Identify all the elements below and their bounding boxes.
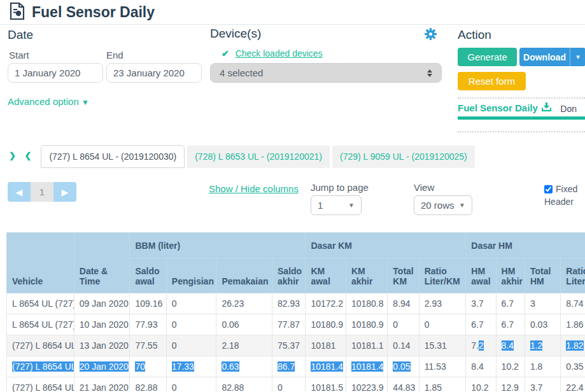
fixed-header-toggle[interactable]: Fixed Header <box>544 183 585 208</box>
table-cell: 1.82 <box>561 335 585 356</box>
table-cell: 0 <box>166 314 216 335</box>
divider <box>458 131 585 132</box>
checkmark-icon: ✔ <box>222 48 229 59</box>
devices-panel: Device(s) ✔ Check loaded devices 4 selec… <box>210 27 442 109</box>
table-row: (727) L 8654 UL13 Jan 202077.5502.1875.3… <box>7 335 585 356</box>
arrow-left-icon: ◀ <box>16 187 23 197</box>
table-cell: 15.31 <box>419 335 466 356</box>
table-cell: 1.85 <box>419 377 466 392</box>
selected-text: (727) L 8654 UL <box>12 361 74 372</box>
table-cell: 2.93 <box>419 293 466 314</box>
generate-button[interactable]: Generate <box>458 48 517 66</box>
column-header: Vehicle <box>7 233 74 293</box>
download-button[interactable]: Download <box>519 48 570 66</box>
table-cell: 77.93 <box>130 314 166 335</box>
page-title: Fuel Sensor Daily <box>32 4 155 21</box>
table-cell: 0 <box>166 293 216 314</box>
column-header: Total HM <box>525 258 560 293</box>
table-cell: 8.74 <box>561 293 585 314</box>
table-cell: 3.7 <box>525 377 560 392</box>
table-cell: 1.2 <box>525 335 560 356</box>
table-cell: 77.87 <box>272 314 306 335</box>
column-header: BBM (liter) <box>130 233 306 258</box>
table-cell: 0.03 <box>525 314 560 335</box>
page-header: Fuel Sensor Daily <box>0 0 585 25</box>
table-row: (727) L 8654 UL21 Jan 202082.88082.88010… <box>7 377 585 392</box>
view-rows-select[interactable]: 20 rows ▼ <box>414 195 472 215</box>
caret-down-icon: ▼ <box>81 98 89 107</box>
column-header: Pemakaian <box>216 258 272 293</box>
selected-text: 20 Jan 2020 <box>80 361 129 372</box>
end-date-input[interactable] <box>106 63 202 83</box>
table-cell: 22.4 <box>561 377 585 392</box>
action-panel: Action Generate Download ▾ Reset form Fu… <box>458 28 585 136</box>
reset-form-button[interactable]: Reset form <box>458 72 526 90</box>
table-cell: 09 Jan 2020 <box>74 293 130 314</box>
table-cell: 82.88 <box>130 377 166 392</box>
check-loaded-devices-link[interactable]: Check loaded devices <box>236 48 323 59</box>
end-label: End <box>106 50 123 60</box>
pagination: ◀ 1 ▶ <box>8 182 76 202</box>
table-cell: 82.88 <box>216 377 272 392</box>
column-header: Dasar KM <box>306 233 466 258</box>
controls-row: ◀ 1 ▶ Show / Hide columns Jump to page 1… <box>0 181 585 219</box>
table-cell: 11.53 <box>419 356 466 377</box>
table-cell: 0 <box>419 314 466 335</box>
next-page-button[interactable]: ▶ <box>53 182 76 202</box>
view-rows-value: 20 rows <box>421 200 455 211</box>
selected-text: 2 <box>479 340 484 351</box>
selected-text: 0.05 <box>393 361 410 372</box>
column-header: Saldo awal <box>130 258 166 293</box>
table-cell: 7.2 <box>466 335 496 356</box>
table-cell: 6.7 <box>496 314 525 335</box>
table-cell: 3.7 <box>466 293 496 314</box>
table-cell: 0.06 <box>216 314 272 335</box>
download-tray-icon <box>542 102 551 113</box>
table-cell: 26.23 <box>216 293 272 314</box>
column-header: Dasar HM <box>466 233 585 258</box>
gear-icon[interactable] <box>425 28 437 43</box>
table-cell: 10180.9 <box>306 314 346 335</box>
view-label: View <box>414 182 434 193</box>
advanced-option-link[interactable]: Advanced option ▼ <box>8 96 89 107</box>
prev-page-button[interactable]: ◀ <box>8 182 31 202</box>
column-header: Ratio Liter/HM <box>561 258 585 293</box>
report-document-icon <box>10 3 25 22</box>
table-cell: 21 Jan 2020 <box>74 377 130 392</box>
jump-to-page-value: 1 <box>318 200 323 211</box>
jump-to-page-select[interactable]: 1 ▼ <box>311 195 362 215</box>
action-heading: Action <box>458 28 585 42</box>
table-cell: 44.83 <box>388 377 419 392</box>
devices-select[interactable]: 4 selected <box>210 63 442 83</box>
start-date-input[interactable] <box>8 63 103 83</box>
table-cell: 0 <box>166 377 216 392</box>
column-header: HM awal <box>466 258 496 293</box>
table-cell: 0.35 <box>561 356 585 377</box>
arrow-right-icon: ▶ <box>62 187 69 197</box>
current-page-button[interactable]: 1 <box>31 182 53 202</box>
download-dropdown-button[interactable]: ▾ <box>570 48 585 66</box>
table-cell: 10180.8 <box>346 293 387 314</box>
column-header: HM akhir <box>496 258 525 293</box>
table-cell: 77.55 <box>130 335 166 356</box>
report-download-link[interactable]: Fuel Sensor Daily <box>458 102 551 113</box>
report-tab-2[interactable]: (728) L 8653 UL - (2019120021) <box>187 146 330 168</box>
report-tab-1[interactable]: (727) L 8654 UL - (2019120030) <box>41 145 185 168</box>
report-status-text: Don <box>560 104 577 114</box>
fixed-header-checkbox[interactable] <box>544 185 553 193</box>
jump-to-page-label: Jump to page <box>311 182 369 193</box>
devices-select-value: 4 selected <box>220 67 263 78</box>
table-cell: 3 <box>525 293 560 314</box>
show-hide-columns-link[interactable]: Show / Hide columns <box>209 183 299 194</box>
table-cell: (727) L 8654 UL <box>7 335 74 356</box>
report-tab-3[interactable]: (729) L 9059 UL - (2019120025) <box>332 146 475 168</box>
tabs-row: ❯ ❮ (727) L 8654 UL - (2019120030)(728) … <box>6 145 585 168</box>
selected-text: 1.2 <box>530 340 542 351</box>
tab-scroll-chevrons-icon[interactable]: ❯ ❮ <box>9 151 34 160</box>
divider <box>458 97 585 99</box>
column-header: Date & Time <box>74 233 130 293</box>
table-cell: 10181.5 <box>306 377 346 392</box>
selected-text: 70 <box>135 361 145 372</box>
caret-down-icon: ▼ <box>459 202 465 209</box>
start-label: Start <box>9 50 29 60</box>
